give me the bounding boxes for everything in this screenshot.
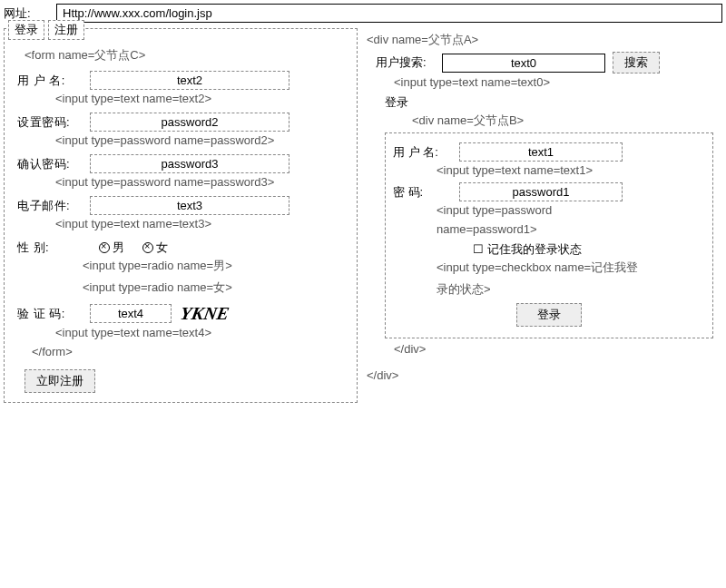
- gender-label: 性 别:: [17, 240, 81, 256]
- login-button[interactable]: 登录: [516, 303, 582, 327]
- gender-male-text: 男: [113, 240, 124, 256]
- tab-login[interactable]: 登录: [8, 20, 44, 40]
- remember-text: 记住我的登录状态: [487, 242, 582, 256]
- search-label: 用户搜索:: [376, 54, 435, 71]
- login-password-annot2: name=password1>: [437, 222, 707, 236]
- gender-female-text: 女: [156, 240, 168, 256]
- form-open-annot: <form name=父节点C>: [25, 47, 351, 64]
- email-label: 电子邮件:: [17, 198, 81, 214]
- login-username-annot: <input type=text name=text1>: [437, 163, 707, 177]
- search-button[interactable]: 搜索: [613, 52, 660, 74]
- login-title: 登录: [385, 94, 713, 111]
- divA-open-annot: <div name=父节点A>: [367, 32, 713, 48]
- register-button[interactable]: 立即注册: [25, 369, 95, 393]
- email-input[interactable]: text3: [90, 196, 289, 215]
- remember-checkbox-row[interactable]: ☐ 记住我的登录状态: [473, 241, 707, 258]
- confirmpwd-annot: <input type=password name=password3>: [55, 175, 351, 189]
- captcha-image: YKNE: [179, 303, 231, 324]
- setpwd-annot: <input type=password name=password2>: [55, 133, 351, 147]
- url-bar[interactable]: Http://www.xxx.com/login.jsp: [56, 4, 722, 23]
- search-input[interactable]: text0: [442, 54, 605, 73]
- divB-close-annot: </div>: [394, 342, 713, 356]
- username-input[interactable]: text2: [90, 71, 289, 90]
- login-box: 用 户 名: text1 <input type=text name=text1…: [385, 132, 713, 338]
- divB-open-annot: <div name=父节点B>: [412, 113, 713, 129]
- gender-male-radio[interactable]: 男: [99, 240, 124, 256]
- username-annot: <input type=text name=text2>: [55, 92, 351, 105]
- gender-male-annot: <input type=radio name=男>: [83, 258, 351, 274]
- register-panel: 登录 注册 <form name=父节点C> 用 户 名: text2 <inp…: [4, 28, 358, 403]
- login-password-annot1: <input type=password: [437, 203, 707, 217]
- gender-female-annot: <input type=radio name=女>: [83, 279, 351, 296]
- captcha-label: 验 证 码:: [17, 306, 81, 322]
- search-annot: <input type=text name=text0>: [394, 75, 713, 89]
- setpwd-label: 设置密码:: [17, 114, 81, 131]
- captcha-input[interactable]: text4: [90, 304, 172, 323]
- login-username-input[interactable]: text1: [459, 142, 623, 162]
- confirmpwd-label: 确认密码:: [17, 156, 81, 172]
- login-username-label: 用 户 名:: [393, 144, 452, 161]
- login-password-label: 密 码:: [393, 184, 452, 201]
- username-label: 用 户 名:: [17, 73, 81, 89]
- remember-annot1: <input type=checkbox name=记住我登: [437, 260, 707, 276]
- url-label: 网址:: [4, 5, 49, 22]
- tab-register[interactable]: 注册: [48, 20, 84, 40]
- gender-female-radio[interactable]: 女: [142, 240, 168, 256]
- confirmpwd-input[interactable]: password3: [90, 154, 289, 173]
- captcha-annot: <input type=text name=text4>: [55, 326, 351, 339]
- right-panel: <div name=父节点A> 用户搜索: text0 搜索 <input ty…: [363, 28, 717, 403]
- login-password-input[interactable]: password1: [459, 182, 623, 201]
- form-close-annot: </form>: [32, 345, 351, 358]
- setpwd-input[interactable]: password2: [90, 113, 289, 132]
- remember-annot2: 录的状态>: [437, 281, 707, 298]
- email-annot: <input type=text name=text3>: [55, 217, 351, 230]
- divA-close-annot: </div>: [367, 368, 713, 382]
